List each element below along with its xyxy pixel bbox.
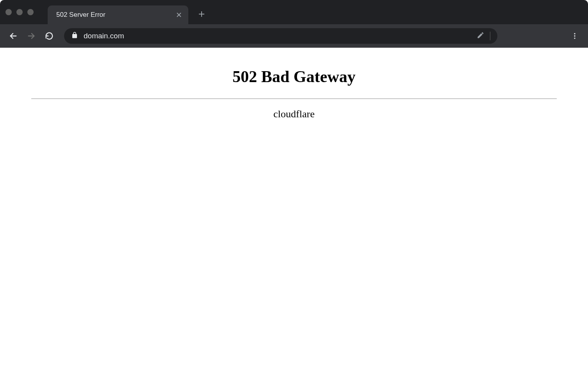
browser-tab[interactable]: 502 Server Error [48, 5, 188, 24]
window-minimize-button[interactable] [16, 9, 23, 15]
window-close-button[interactable] [5, 9, 12, 15]
url-text: domain.com [84, 32, 471, 40]
server-name: cloudflare [31, 108, 557, 120]
tab-bar: 502 Server Error [0, 0, 588, 24]
svg-point-6 [574, 33, 575, 34]
menu-button[interactable] [568, 29, 582, 43]
page-content: 502 Bad Gateway cloudflare [0, 48, 588, 136]
svg-point-8 [574, 38, 575, 39]
forward-button[interactable] [24, 29, 38, 43]
browser-chrome: 502 Server Error [0, 0, 588, 48]
address-bar[interactable]: domain.com [64, 28, 497, 44]
back-button[interactable] [6, 29, 20, 43]
address-bar-actions [477, 31, 490, 41]
close-icon[interactable] [175, 11, 183, 19]
tab-title: 502 Server Error [56, 11, 168, 19]
separator [490, 32, 490, 40]
reload-button[interactable] [42, 29, 56, 43]
window-maximize-button[interactable] [27, 9, 34, 15]
svg-point-7 [574, 35, 575, 36]
lock-icon [71, 32, 78, 41]
browser-toolbar: domain.com [0, 24, 588, 48]
edit-icon[interactable] [477, 31, 484, 41]
error-heading: 502 Bad Gateway [31, 67, 557, 86]
window-controls [5, 9, 34, 15]
horizontal-rule [31, 99, 557, 99]
new-tab-button[interactable] [195, 8, 208, 20]
